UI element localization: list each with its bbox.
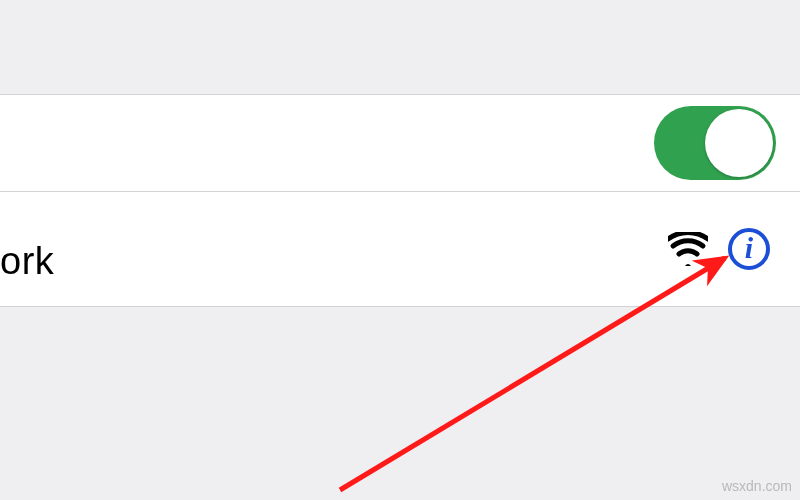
toggle-knob <box>705 109 773 177</box>
watermark: wsxdn.com <box>722 478 792 494</box>
network-row[interactable]: ork i <box>0 192 800 307</box>
wifi-master-row <box>0 94 800 192</box>
network-row-right: i <box>668 228 770 270</box>
network-name-fragment: ork <box>0 240 54 283</box>
network-info-button[interactable]: i <box>728 228 770 270</box>
info-icon: i <box>745 233 753 263</box>
wifi-signal-icon <box>668 232 708 266</box>
wifi-toggle[interactable] <box>654 106 776 180</box>
